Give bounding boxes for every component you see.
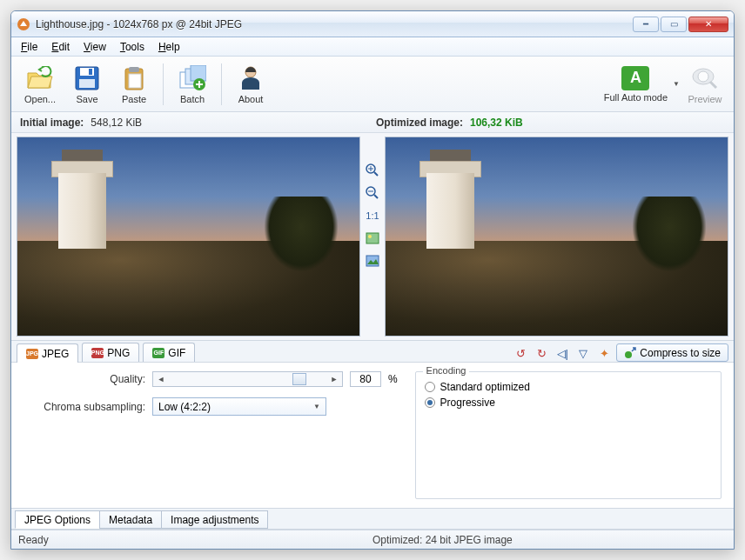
- slider-left-arrow-icon[interactable]: ◄: [155, 375, 167, 383]
- folder-open-icon: [26, 64, 54, 92]
- bottom-tabs: JPEG Options Metadata Image adjustments: [11, 509, 734, 530]
- svg-point-18: [368, 235, 372, 238]
- about-label: About: [238, 94, 264, 104]
- minimize-button[interactable]: ━: [633, 17, 659, 32]
- optimized-image-panel[interactable]: [385, 137, 728, 337]
- initial-image-panel[interactable]: [17, 137, 360, 337]
- menu-view[interactable]: View: [77, 39, 112, 55]
- quality-value[interactable]: 80: [350, 371, 381, 387]
- quality-unit: %: [388, 373, 398, 385]
- svg-rect-3: [89, 69, 92, 75]
- svg-point-20: [625, 351, 632, 358]
- svg-rect-17: [366, 233, 379, 243]
- radio-icon: [425, 382, 435, 392]
- chroma-value: Low (4:2:2): [158, 401, 211, 413]
- compress-label: Compress to size: [640, 347, 721, 359]
- zoom-out-icon[interactable]: [364, 185, 381, 201]
- toolbar: Open... Save Paste Batch About A Full Au…: [11, 57, 734, 112]
- magnifier-icon: [691, 64, 719, 92]
- tab-metadata[interactable]: Metadata: [99, 510, 162, 529]
- automode-button[interactable]: A Full Auto mode ▼: [604, 60, 680, 109]
- tab-gif[interactable]: GIF GIF: [143, 343, 195, 362]
- chroma-combo[interactable]: Low (4:2:2) ▼: [152, 397, 326, 416]
- resize-icon[interactable]: ✦: [595, 344, 613, 362]
- tab-jpeg-options[interactable]: JPEG Options: [15, 510, 100, 529]
- zoom-in-icon[interactable]: [364, 163, 381, 178]
- svg-point-14: [698, 71, 708, 82]
- chevron-down-icon: ▼: [313, 403, 320, 410]
- window-title: Lighthouse.jpg - 1024x768 px @ 24bit JPE…: [36, 18, 633, 30]
- person-icon: [237, 64, 265, 92]
- image-compare-row: 1:1: [11, 133, 734, 340]
- flip-horizontal-icon[interactable]: ◁|: [554, 344, 571, 362]
- menu-edit[interactable]: Edit: [45, 39, 76, 55]
- jpeg-badge-icon: JPG: [26, 349, 38, 359]
- zoom-1to1-button[interactable]: 1:1: [364, 208, 381, 223]
- batch-label: Batch: [180, 94, 205, 104]
- quality-label: Quality:: [23, 373, 145, 385]
- svg-rect-7: [129, 74, 141, 88]
- radio-progressive[interactable]: Progressive: [425, 397, 712, 409]
- preview-label: Preview: [688, 94, 722, 104]
- compress-to-size-button[interactable]: Compress to size: [616, 343, 728, 362]
- toolbar-separator: [221, 63, 222, 105]
- automode-label: Full Auto mode: [604, 92, 668, 103]
- app-window: Lighthouse.jpg - 1024x768 px @ 24bit JPE…: [10, 10, 735, 550]
- status-bar: Ready Optimized: 24 bit JPEG image: [11, 530, 734, 549]
- chevron-down-icon[interactable]: ▼: [673, 80, 680, 88]
- app-icon: [17, 17, 30, 31]
- paste-label: Paste: [122, 94, 146, 104]
- encoding-group: Encoding Standard optimized Progressive: [415, 371, 722, 499]
- menu-tools[interactable]: Tools: [114, 39, 151, 55]
- options-panel: Quality: ◄ ► 80 % Chroma subsampling: Lo…: [11, 363, 734, 509]
- batch-icon: [178, 64, 206, 92]
- paste-button[interactable]: Paste: [112, 60, 156, 109]
- tab-png[interactable]: PNG PNG: [82, 343, 139, 362]
- gif-badge-icon: GIF: [152, 348, 164, 358]
- radio-standard-optimized[interactable]: Standard optimized: [425, 381, 712, 393]
- svg-rect-4: [79, 79, 95, 88]
- batch-button[interactable]: Batch: [171, 60, 214, 109]
- zoom-tools: 1:1: [360, 137, 385, 337]
- save-button[interactable]: Save: [65, 60, 109, 109]
- chroma-label: Chroma subsampling:: [23, 401, 145, 413]
- slider-right-arrow-icon[interactable]: ►: [328, 375, 340, 383]
- menu-help[interactable]: Help: [152, 39, 186, 55]
- about-button[interactable]: About: [229, 60, 272, 109]
- maximize-button[interactable]: ▭: [661, 17, 687, 32]
- close-button[interactable]: ✕: [688, 17, 728, 32]
- compress-icon: [624, 347, 636, 359]
- svg-rect-6: [129, 67, 139, 72]
- preview-button[interactable]: Preview: [683, 60, 727, 109]
- tab-gif-label: GIF: [168, 347, 185, 359]
- initial-image-label: Initial image:: [20, 117, 84, 129]
- titlebar[interactable]: Lighthouse.jpg - 1024x768 px @ 24bit JPE…: [11, 11, 734, 37]
- flip-vertical-icon[interactable]: ▽: [574, 344, 592, 362]
- floppy-icon: [73, 64, 101, 92]
- radio-standard-label: Standard optimized: [440, 381, 530, 393]
- encoding-legend: Encoding: [423, 365, 470, 376]
- rotate-left-icon[interactable]: ↺: [512, 344, 529, 362]
- lighthouse-image: [17, 137, 359, 336]
- save-label: Save: [76, 94, 97, 104]
- slider-thumb[interactable]: [292, 373, 306, 385]
- menu-file[interactable]: File: [15, 39, 44, 55]
- quality-slider[interactable]: ◄ ►: [152, 371, 343, 387]
- clipboard-icon: [120, 64, 148, 92]
- open-button[interactable]: Open...: [18, 60, 62, 109]
- tab-jpeg[interactable]: JPG JPEG: [17, 343, 78, 363]
- status-left: Ready: [18, 534, 372, 546]
- optimized-image-label: Optimized image:: [376, 117, 463, 129]
- fit-image-icon[interactable]: [364, 253, 381, 269]
- toolbar-separator: [163, 63, 164, 105]
- tab-image-adjustments[interactable]: Image adjustments: [161, 510, 268, 529]
- tab-jpeg-label: JPEG: [42, 348, 69, 360]
- initial-image-size: 548,12 KiB: [91, 117, 142, 129]
- rotate-right-icon[interactable]: ↻: [533, 344, 550, 362]
- png-badge-icon: PNG: [91, 348, 104, 358]
- radio-icon: [425, 397, 435, 408]
- format-tab-row: JPG JPEG PNG PNG GIF GIF ↺ ↻ ◁| ▽ ✦ Comp…: [11, 340, 734, 363]
- fit-window-icon[interactable]: [364, 230, 381, 246]
- size-bar: Initial image: 548,12 KiB Optimized imag…: [11, 112, 734, 133]
- automode-icon: A: [621, 66, 649, 90]
